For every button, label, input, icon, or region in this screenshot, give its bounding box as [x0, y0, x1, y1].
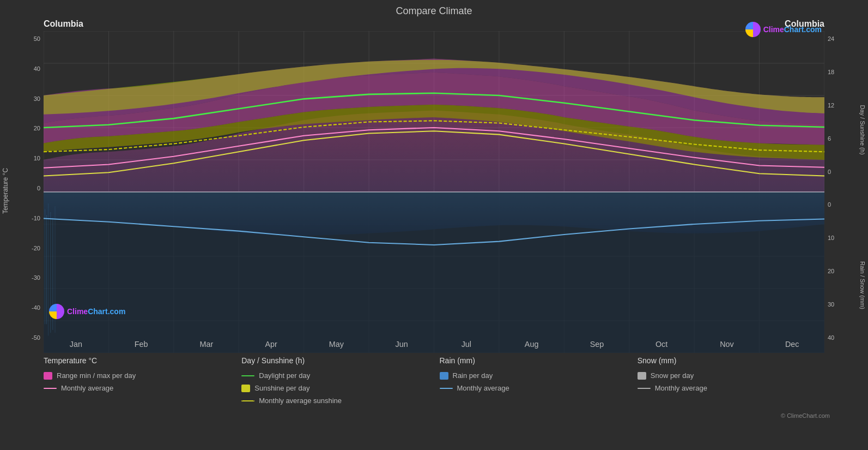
legend-swatch-temp-range — [44, 372, 52, 380]
legend-col-rain: Rain (mm) Rain per day Monthly average — [440, 356, 638, 405]
legend-col-sunshine: Day / Sunshine (h) Daylight per day Suns… — [241, 356, 439, 405]
legend-line-daylight — [241, 375, 254, 376]
legend-title-sunshine: Day / Sunshine (h) — [241, 356, 439, 365]
svg-text:Jan: Jan — [70, 340, 82, 349]
y-axis-left: 50 40 30 20 10 0 -10 -20 -30 -40 -50 — [11, 35, 44, 341]
svg-text:Jun: Jun — [396, 340, 408, 349]
y-axis-left-label: Temperature °C — [2, 168, 9, 214]
svg-text:Aug: Aug — [525, 340, 538, 349]
legend-item-temp-avg: Monthly average — [44, 384, 241, 392]
svg-rect-27 — [46, 215, 47, 324]
legend-item-daylight: Daylight per day — [241, 371, 439, 380]
location-label-left: Columbia — [44, 19, 83, 29]
logo-top-right: ClimeChart.com — [745, 22, 822, 37]
legend-line-rain-avg — [440, 388, 453, 389]
svg-text:Dec: Dec — [785, 340, 799, 349]
y-axis-right-sunshine: 24 18 12 6 0 0 10 20 30 40 — [824, 35, 857, 341]
svg-rect-25 — [44, 192, 824, 353]
logo-text-bottom: ClimeChart.com — [67, 307, 125, 316]
page-title: Compare Climate — [0, 0, 868, 19]
legend-item-sunshine-per-day: Sunshine per day — [241, 384, 439, 392]
legend-line-snow-avg — [638, 388, 651, 389]
legend-item-rain-per-day: Rain per day — [440, 371, 638, 380]
legend-swatch-rain — [440, 372, 448, 380]
logo-text: ClimeChart.com — [763, 25, 822, 34]
svg-text:Apr: Apr — [265, 340, 277, 349]
svg-text:Nov: Nov — [720, 340, 734, 349]
legend-col-snow: Snow (mm) Snow per day Monthly average — [638, 356, 835, 405]
svg-text:Jul: Jul — [462, 340, 471, 349]
svg-text:May: May — [329, 340, 344, 349]
legend-item-temp-range: Range min / max per day — [44, 371, 241, 380]
svg-rect-26 — [45, 209, 45, 325]
legend-line-sunshine-avg — [241, 400, 254, 401]
legend-item-snow-per-day: Snow per day — [638, 371, 835, 380]
logo-icon — [745, 22, 761, 37]
y-axis-right-sunshine-label: Day / Sunshine (h) — [859, 105, 866, 154]
legend-swatch-snow — [638, 372, 646, 380]
chart-area: Columbia Columbia ClimeChart.com ClimeCh… — [44, 19, 824, 341]
legend-item-sunshine-avg: Monthly average sunshine — [241, 397, 439, 405]
legend-line-temp-avg — [44, 388, 57, 389]
legend-item-snow-avg: Monthly average — [638, 384, 835, 392]
y-axis-right-rain-label: Rain / Snow (mm) — [859, 261, 866, 309]
legend-title-temperature: Temperature °C — [44, 356, 241, 365]
legend-col-temperature: Temperature °C Range min / max per day M… — [44, 356, 241, 405]
legend-item-rain-avg: Monthly average — [440, 384, 638, 392]
main-chart-svg: Jan Feb Mar Apr May Jun Jul Aug Sep Oct … — [44, 31, 824, 353]
legend-section: Temperature °C Range min / max per day M… — [0, 346, 868, 410]
legend-title-snow: Snow (mm) — [638, 356, 835, 365]
svg-text:Oct: Oct — [655, 340, 667, 349]
logo-icon-bottom — [49, 304, 64, 319]
logo-bottom-left: ClimeChart.com — [49, 304, 125, 319]
svg-text:Feb: Feb — [135, 340, 148, 349]
svg-text:Mar: Mar — [200, 340, 214, 349]
legend-title-rain: Rain (mm) — [440, 356, 638, 365]
svg-text:Sep: Sep — [590, 340, 604, 349]
legend-swatch-sunshine — [241, 385, 250, 392]
copyright-text: © ClimeChart.com — [0, 412, 868, 419]
